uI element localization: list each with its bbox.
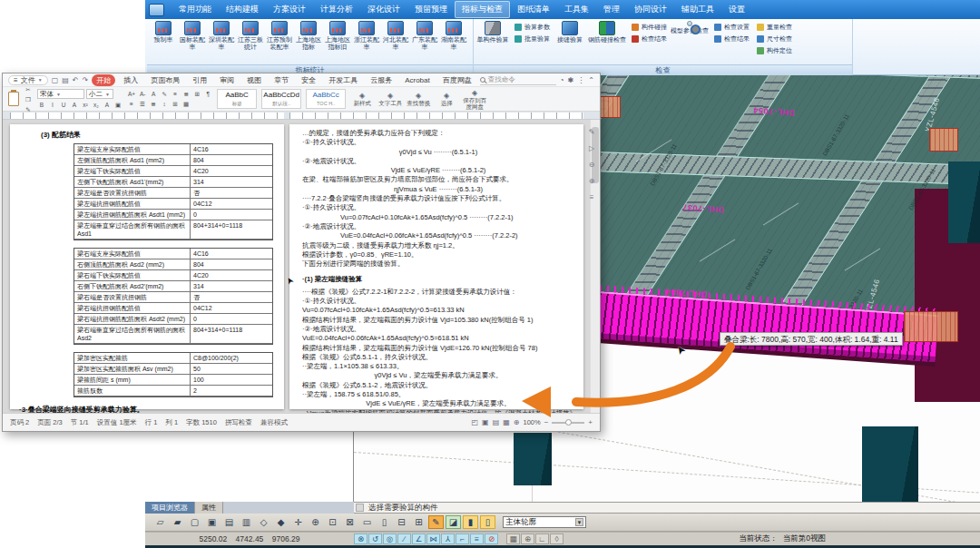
column-right[interactable]: [948, 161, 980, 243]
ribbon-button[interactable]: 广东装配率: [410, 20, 439, 51]
style-gallery-card[interactable]: AaBbC 标题: [217, 89, 257, 109]
format-tool-icon[interactable]: x²: [81, 101, 90, 109]
format-tool-icon[interactable]: A: [70, 101, 79, 109]
view-tool-icon[interactable]: ✎: [428, 515, 444, 529]
file-menu-button[interactable]: ≡文件▼: [8, 75, 48, 85]
ribbon-button[interactable]: 国标装配率: [178, 20, 207, 51]
view-tool-icon[interactable]: ▥: [239, 515, 254, 529]
quick-access-icon[interactable]: ↷: [82, 76, 88, 84]
snap-tool-icon[interactable]: ◎: [383, 533, 397, 544]
snap-tool-icon[interactable]: ⌐: [456, 533, 469, 544]
style-gallery-card[interactable]: AaBbCcDd 默认段..: [261, 89, 301, 109]
view-tool-icon[interactable]: ⊟: [394, 515, 409, 529]
snap-tool-icon[interactable]: ↺: [368, 533, 382, 544]
shading-icon[interactable]: ⊞: [171, 100, 180, 108]
view-tool-icon[interactable]: ▢: [187, 515, 202, 529]
grid-tool-icon[interactable]: ▦: [506, 533, 520, 544]
font-tool-icon[interactable]: ≣: [181, 90, 191, 98]
ribbon-tab[interactable]: 常用功能: [172, 1, 219, 18]
snap-tool-icon[interactable]: ∕: [397, 533, 411, 544]
view-tool-icon[interactable]: ◇: [256, 515, 271, 529]
format-tool-icon[interactable]: I: [48, 101, 57, 109]
word-tool-button[interactable]: ◈ 查找替换: [407, 92, 430, 106]
side-tool-icon[interactable]: ≡: [590, 193, 594, 201]
zoom-slider[interactable]: [552, 422, 584, 424]
rebar-clash-check-button[interactable]: 钢筋碰撞检查: [587, 20, 627, 44]
word-menu-tab[interactable]: 安全: [297, 74, 320, 86]
weight-check-button[interactable]: 重量检查: [757, 23, 792, 32]
ribbon-tab[interactable]: 方案设计: [266, 1, 313, 18]
view-tool-icon[interactable]: ▮: [463, 515, 478, 529]
snap-tool-icon[interactable]: ≡: [470, 533, 484, 544]
ribbon-tab[interactable]: 协同设计: [627, 1, 674, 18]
view-mode-icon[interactable]: ▣: [482, 418, 489, 426]
batch-check-button[interactable]: 批量验算: [514, 34, 550, 44]
check-results-button[interactable]: 检查结果: [714, 34, 750, 44]
single-member-check-button[interactable]: 单构件验算: [475, 20, 510, 44]
view-tool-icon[interactable]: ⊠: [342, 515, 358, 529]
view-tool-icon[interactable]: ▰: [170, 515, 185, 529]
view-tool-icon[interactable]: ▭: [359, 515, 375, 529]
side-tool-icon[interactable]: ⊖: [589, 161, 595, 169]
font-tool-icon[interactable]: ≡: [171, 90, 180, 98]
word-menu-tab[interactable]: 视图: [242, 74, 266, 86]
ribbon-button[interactable]: 河北装配率: [381, 20, 410, 51]
ribbon-tab[interactable]: 结构建模: [219, 1, 266, 18]
font-tool-icon[interactable]: ✎: [160, 90, 169, 98]
clipboard-tool-icon[interactable]: ✂: [24, 85, 33, 93]
ribbon-button[interactable]: 上海地区指标: [294, 20, 323, 51]
side-tool-icon[interactable]: ✎: [589, 128, 595, 136]
window-control-icon[interactable]: ⌃: [588, 76, 594, 84]
joint-check-button[interactable]: 接缝验算: [553, 20, 587, 44]
window-control-icon[interactable]: ✱: [568, 76, 574, 84]
column-lower-right[interactable]: [862, 426, 918, 502]
ribbon-tab[interactable]: 辅助工具: [674, 1, 721, 18]
view-tool-icon[interactable]: ▱: [152, 515, 168, 529]
view-tool-icon[interactable]: ▯: [377, 515, 392, 529]
view-mode-icon[interactable]: ▦: [503, 418, 510, 426]
search-command-box[interactable]: 查找命令: [480, 75, 556, 85]
view-mode-icon[interactable]: ▤: [493, 418, 500, 426]
dropdown-caret-icon[interactable]: ▼: [575, 518, 583, 526]
paste-button[interactable]: [8, 92, 19, 106]
ribbon-tab[interactable]: 工具集: [557, 1, 596, 18]
font-tool-icon[interactable]: ¶: [203, 90, 212, 98]
size-check-button[interactable]: 尺寸检查: [757, 34, 792, 44]
snap-tool-icon[interactable]: ∠: [412, 533, 426, 544]
panel-tab[interactable]: 属性: [195, 502, 223, 514]
view-mode-icon[interactable]: ◰: [472, 418, 479, 426]
quick-access-icon[interactable]: ▤: [62, 76, 69, 84]
ribbon-button[interactable]: 湖南装配率: [439, 20, 468, 51]
display-mode-dropdown[interactable]: 主体轮廓 ▼: [503, 516, 586, 528]
document-page-right[interactable]: …的规定，接缝的受剪承载力应符合下列规定：·①·持久设计状况。γ0Vjd ≤ V…: [289, 124, 583, 409]
view-tool-icon[interactable]: ⊡: [325, 515, 340, 529]
window-control-icon[interactable]: ◔: [560, 76, 564, 84]
border-icon[interactable]: ▦: [181, 100, 191, 108]
word-tool-button[interactable]: ◈ 新样式: [350, 92, 374, 106]
window-control-icon[interactable]: ⋮: [577, 76, 584, 84]
word-menu-tab[interactable]: Acrobat: [400, 75, 435, 85]
word-menu-tab[interactable]: 开发工具: [324, 74, 362, 86]
ribbon-tab[interactable]: 图纸清单: [510, 1, 557, 18]
align-right-icon[interactable]: ≣: [149, 100, 158, 108]
word-menu-tab[interactable]: 插入: [119, 74, 142, 86]
ribbon-tab[interactable]: 管理: [596, 1, 627, 18]
ribbon-tab[interactable]: 指标与检查: [455, 1, 510, 18]
font-family-select[interactable]: 宋体▼: [37, 89, 84, 99]
ribbon-tab[interactable]: 计算分析: [313, 1, 360, 18]
snap-tool-icon[interactable]: ⊗: [354, 533, 368, 544]
grid-tool-icon[interactable]: ⊕: [521, 533, 534, 544]
format-tool-icon[interactable]: B: [37, 101, 46, 109]
word-menu-tab[interactable]: 页面布局: [146, 74, 184, 86]
side-tool-icon[interactable]: ⊕: [589, 177, 595, 185]
word-menu-tab[interactable]: 百度网盘: [438, 74, 476, 86]
clipboard-tool-icon[interactable]: ❐: [24, 95, 33, 103]
style-gallery-card[interactable]: AaBbCc TOC H..: [306, 89, 346, 109]
ribbon-tab[interactable]: 深化设计: [360, 1, 407, 18]
align-center-icon[interactable]: ☰: [138, 100, 147, 108]
quick-access-icon[interactable]: ▢: [52, 76, 59, 84]
line-spacing-icon[interactable]: ↕: [160, 100, 169, 108]
view-tool-icon[interactable]: ◪: [446, 515, 461, 529]
ribbon-tab[interactable]: 设置: [721, 1, 752, 18]
format-tool-icon[interactable]: A: [103, 101, 112, 109]
